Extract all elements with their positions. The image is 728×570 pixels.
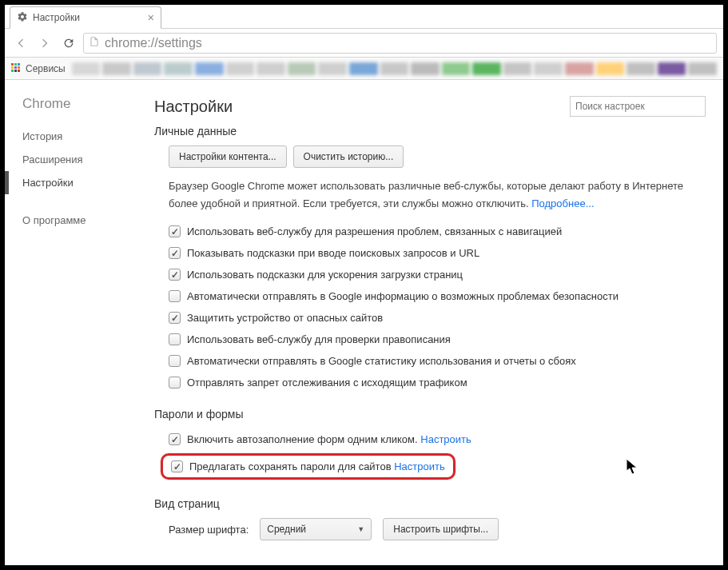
url-text: chrome://settings: [105, 36, 202, 50]
chevron-down-icon: ▼: [357, 525, 364, 533]
search-input[interactable]: [570, 96, 706, 117]
privacy-check-label: Использовать подсказки для ускорения заг…: [187, 269, 463, 281]
tab-title: Настройки: [33, 12, 80, 23]
save-passwords-row: Предлагать сохранять пароли для сайтов Н…: [171, 459, 445, 474]
privacy-checkbox-0[interactable]: [169, 225, 181, 237]
content-area: Chrome История Расширения Настройки О пр…: [5, 80, 723, 565]
sidebar-item-settings[interactable]: Настройки: [5, 171, 137, 194]
font-size-select[interactable]: Средний ▼: [260, 518, 372, 540]
font-size-label: Размер шрифта:: [169, 524, 249, 536]
browser-window: Настройки × chrome://settings Сервисы: [5, 5, 723, 565]
page-icon: [89, 36, 100, 50]
section-passwords-title: Пароли и формы: [154, 408, 706, 421]
apps-label: Сервисы: [26, 63, 66, 74]
privacy-check-row: Отправлять запрет отслеживания с исходящ…: [169, 372, 706, 393]
font-size-row: Размер шрифта: Средний ▼ Настроить шрифт…: [169, 518, 706, 540]
apps-icon: [11, 63, 22, 74]
tab-strip: Настройки ×: [5, 5, 723, 29]
privacy-check-label: Отправлять запрет отслеживания с исходящ…: [187, 377, 467, 389]
save-passwords-label: Предлагать сохранять пароли для сайтов: [189, 460, 394, 472]
section-privacy-title: Личные данные: [154, 125, 706, 138]
save-passwords-configure-link[interactable]: Настроить: [394, 460, 445, 472]
brand-label: Chrome: [5, 96, 137, 125]
reload-button[interactable]: [59, 34, 78, 53]
forward-button[interactable]: [35, 34, 54, 53]
privacy-checkbox-6[interactable]: [169, 355, 181, 367]
customize-fonts-button[interactable]: Настроить шрифты...: [383, 518, 499, 540]
privacy-check-label: Показывать подсказки при вводе поисковых…: [187, 247, 479, 259]
privacy-check-row: Использовать веб-службу для разрешения п…: [169, 221, 706, 242]
privacy-checkbox-7[interactable]: [169, 377, 181, 389]
autofill-label: Включить автозаполнение форм одним клико…: [187, 433, 420, 445]
settings-main: Настройки Личные данные Настройки контен…: [137, 80, 723, 565]
autofill-configure-link[interactable]: Настроить: [420, 433, 471, 445]
clear-history-button[interactable]: Очистить историю...: [293, 145, 404, 168]
privacy-check-row: Защитить устройство от опасных сайтов: [169, 307, 706, 329]
privacy-button-row: Настройки контента... Очистить историю..…: [169, 145, 706, 168]
navigation-bar: chrome://settings: [5, 29, 723, 58]
back-button[interactable]: [11, 34, 30, 53]
privacy-check-label: Защитить устройство от опасных сайтов: [187, 312, 383, 324]
section-appearance-title: Вид страниц: [154, 497, 706, 510]
autofill-row: Включить автозаполнение форм одним клико…: [169, 428, 706, 450]
page-title: Настройки: [154, 98, 233, 116]
address-bar[interactable]: chrome://settings: [83, 33, 717, 54]
bookmarks-blurred: [72, 62, 717, 75]
content-settings-button[interactable]: Настройки контента...: [169, 145, 287, 168]
privacy-check-label: Использовать веб-службу для проверки пра…: [187, 333, 451, 345]
sidebar: Chrome История Расширения Настройки О пр…: [5, 80, 137, 565]
privacy-checkbox-3[interactable]: [169, 290, 181, 302]
privacy-check-row: Автоматически отправлять в Google информ…: [169, 285, 706, 307]
privacy-checkbox-4[interactable]: [169, 312, 181, 324]
privacy-check-row: Использовать веб-службу для проверки пра…: [169, 329, 706, 350]
privacy-checkbox-1[interactable]: [169, 247, 181, 259]
sidebar-item-history[interactable]: История: [5, 125, 137, 148]
privacy-checkbox-5[interactable]: [169, 333, 181, 345]
privacy-description: Браузер Google Chrome может использовать…: [169, 177, 706, 213]
learn-more-link[interactable]: Подробнее...: [531, 197, 594, 209]
save-passwords-checkbox[interactable]: [171, 460, 183, 472]
main-header: Настройки: [154, 96, 706, 117]
tab-settings[interactable]: Настройки ×: [10, 6, 161, 29]
sidebar-item-extensions[interactable]: Расширения: [5, 148, 137, 171]
apps-shortcut[interactable]: Сервисы: [11, 63, 66, 74]
privacy-check-row: Показывать подсказки при вводе поисковых…: [169, 242, 706, 264]
save-passwords-highlight: Предлагать сохранять пароли для сайтов Н…: [161, 453, 455, 480]
bookmarks-bar: Сервисы: [5, 58, 723, 80]
sidebar-item-about[interactable]: О программе: [5, 209, 137, 232]
font-size-value: Средний: [267, 524, 306, 535]
privacy-check-label: Использовать веб-службу для разрешения п…: [187, 225, 562, 237]
privacy-checkbox-2[interactable]: [169, 269, 181, 281]
privacy-check-label: Автоматически отправлять в Google информ…: [187, 290, 619, 302]
privacy-check-row: Использовать подсказки для ускорения заг…: [169, 264, 706, 285]
close-icon[interactable]: ×: [148, 12, 154, 23]
privacy-check-row: Автоматически отправлять в Google статис…: [169, 350, 706, 372]
privacy-check-label: Автоматически отправлять в Google статис…: [187, 355, 576, 367]
gear-icon: [17, 11, 28, 25]
autofill-checkbox[interactable]: [169, 433, 181, 445]
